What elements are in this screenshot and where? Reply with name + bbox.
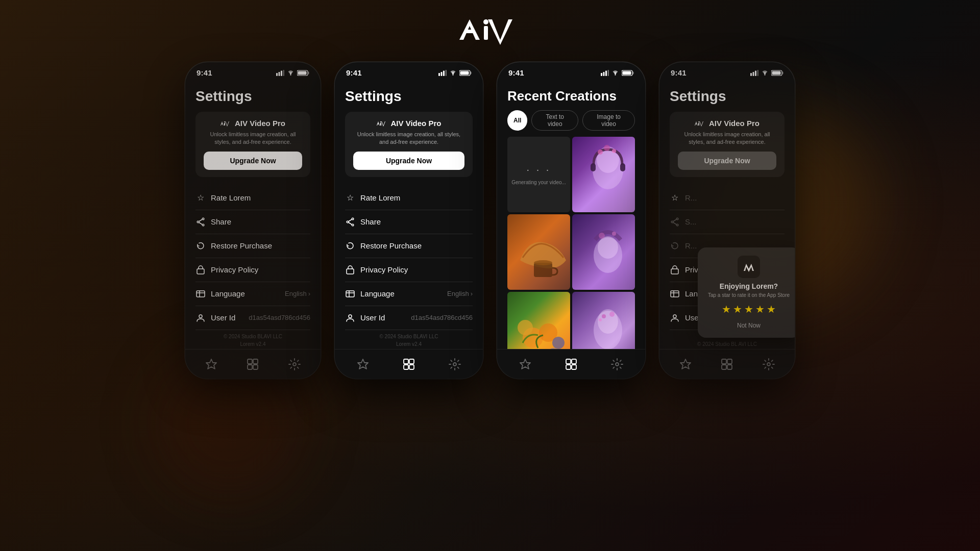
status-icons-2 [438, 70, 472, 76]
settings-item-lang-1[interactable]: Language English › [195, 282, 310, 306]
svg-point-92 [764, 74, 765, 75]
nav-settings-4[interactable] [763, 358, 775, 370]
pro-desc-4: Unlock limitless image creation, all sty… [678, 131, 776, 146]
svg-rect-83 [566, 359, 571, 364]
nav-create-1[interactable] [205, 358, 217, 370]
lang-value-1: English › [285, 290, 310, 297]
settings-item-share-1[interactable]: Share [195, 210, 310, 234]
restore-icon-2 [345, 241, 355, 251]
rate-icon-4: ☆ [670, 193, 680, 203]
star-1[interactable]: ★ [722, 303, 731, 315]
settings-item-rate-4[interactable]: ☆ R... [670, 186, 785, 210]
svg-point-21 [199, 315, 202, 318]
nav-settings-1[interactable] [288, 358, 301, 370]
restore-label-1: Restore Purchase [211, 241, 272, 250]
svg-line-101 [673, 219, 676, 221]
image-cell-2[interactable] [507, 214, 570, 290]
svg-point-66 [612, 149, 616, 153]
lang-icon-1 [195, 289, 206, 299]
svg-rect-33 [471, 71, 472, 74]
nav-create-4[interactable] [679, 358, 692, 370]
nav-create-2[interactable] [357, 358, 369, 370]
share-icon-1 [195, 217, 206, 227]
svg-rect-109 [727, 359, 732, 364]
filter-all[interactable]: All [507, 110, 527, 131]
svg-line-40 [349, 219, 352, 221]
signal-icon-4 [750, 70, 758, 76]
image-cell-1[interactable] [572, 137, 635, 212]
svg-rect-104 [671, 291, 679, 297]
nav-gallery-1[interactable] [247, 358, 259, 370]
not-now-button[interactable]: Not Now [737, 322, 761, 329]
phones-row: 9:41 [185, 62, 795, 379]
settings-item-lang-2[interactable]: Language English › [345, 282, 473, 306]
status-icons-3 [601, 70, 634, 76]
footer-text-1: © 2024 Studio BLAVI LLCLorem v2.4 [185, 333, 321, 348]
star-2[interactable]: ★ [733, 303, 742, 315]
pro-desc-1: Unlock limitless image creation, all sty… [204, 131, 302, 146]
nav-settings-3[interactable] [611, 358, 623, 370]
settings-item-userid-1[interactable]: User Id d1as54asd786cd456 [195, 306, 310, 330]
userid-value-2: d1as54asd786cd456 [411, 314, 473, 321]
settings-item-userid-2[interactable]: User Id d1as54asd786cd456 [345, 306, 473, 330]
svg-rect-91 [757, 70, 759, 76]
nav-gallery-3[interactable] [565, 358, 577, 370]
nav-settings-2[interactable] [449, 358, 461, 370]
footer-text-4: © 2024 Studio BL AVI LLC [659, 340, 795, 348]
star-5[interactable]: ★ [767, 303, 776, 315]
rating-subtitle: Tap a star to rate it on the App Store [706, 292, 792, 298]
upgrade-btn-2[interactable]: Upgrade Now [353, 152, 464, 170]
svg-point-13 [197, 221, 199, 223]
footer-4: © 2024 Studio BL AVI LLC [659, 340, 795, 348]
svg-rect-22 [248, 359, 252, 364]
svg-point-38 [347, 221, 349, 223]
svg-rect-24 [248, 365, 252, 369]
signal-icon [276, 70, 284, 76]
screen-2: Settings AIV Video Pro Unlock lim [335, 79, 483, 379]
settings-item-share-2[interactable]: Share [345, 210, 473, 234]
userid-icon-1 [195, 313, 206, 323]
filter-text-video[interactable]: Text to video [531, 110, 578, 131]
image-croissant [507, 214, 570, 290]
settings-item-privacy-1[interactable]: Privacy Policy [195, 258, 310, 282]
upgrade-btn-1[interactable]: Upgrade Now [204, 152, 302, 170]
svg-point-14 [202, 224, 204, 226]
battery-icon [297, 70, 309, 76]
rate-icon-2: ☆ [345, 193, 355, 203]
settings-item-share-4[interactable]: S... [670, 210, 785, 234]
settings-item-rate-2[interactable]: ☆ Rate Lorem [345, 186, 473, 210]
nav-gallery-4[interactable] [721, 358, 733, 370]
settings-item-rate-1[interactable]: ☆ Rate Lorem [195, 186, 310, 210]
nav-create-3[interactable] [519, 358, 531, 370]
svg-rect-43 [346, 291, 354, 297]
svg-rect-29 [443, 70, 445, 76]
rating-popup: Enjoying Lorem? Tap a star to rate it on… [698, 247, 795, 338]
svg-line-16 [199, 222, 202, 224]
svg-point-56 [615, 74, 616, 75]
svg-rect-58 [633, 71, 634, 74]
share-icon-2 [345, 217, 355, 227]
svg-point-75 [518, 320, 533, 335]
svg-rect-103 [671, 269, 678, 274]
nav-gallery-2[interactable] [403, 358, 415, 370]
share-label-1: Share [211, 217, 231, 226]
privacy-icon-4 [670, 265, 680, 275]
svg-point-65 [604, 145, 610, 151]
svg-rect-49 [404, 365, 408, 369]
svg-rect-30 [446, 70, 447, 76]
svg-point-99 [671, 221, 673, 223]
svg-rect-3 [279, 72, 280, 76]
settings-item-restore-2[interactable]: Restore Purchase [345, 234, 473, 258]
settings-item-privacy-2[interactable]: Privacy Policy [345, 258, 473, 282]
star-4[interactable]: ★ [755, 303, 765, 315]
svg-point-76 [552, 337, 565, 349]
image-cell-3[interactable] [572, 214, 635, 290]
star-3[interactable]: ★ [744, 303, 753, 315]
bottom-nav-2 [335, 349, 483, 379]
filter-image-video[interactable]: Image to video [582, 110, 635, 131]
svg-rect-50 [409, 365, 414, 369]
upgrade-btn-4[interactable]: Upgrade Now [678, 152, 776, 170]
settings-item-restore-1[interactable]: Restore Purchase [195, 234, 310, 258]
time-1: 9:41 [197, 68, 212, 77]
status-bar-4: 9:41 [659, 62, 795, 79]
